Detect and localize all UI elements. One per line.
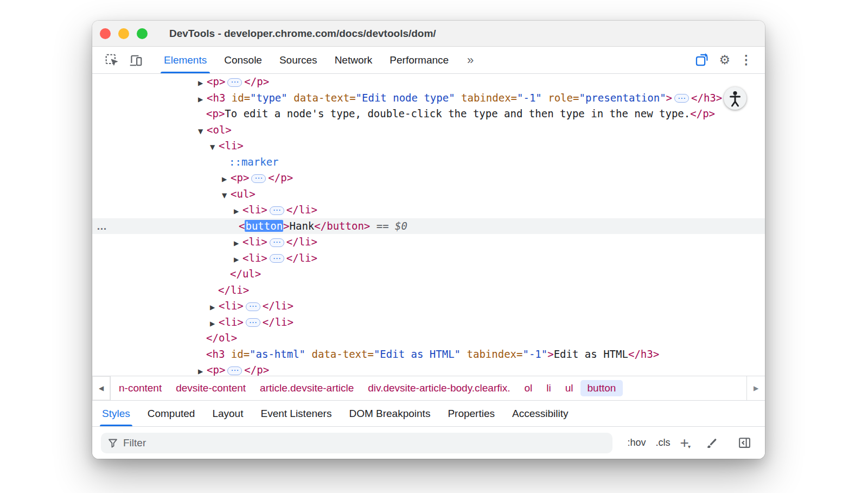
sidebar-tab-computed[interactable]: Computed xyxy=(139,401,204,426)
code-token: </ol> xyxy=(206,332,237,344)
filter-input[interactable] xyxy=(123,437,606,449)
minimize-button[interactable] xyxy=(118,28,129,39)
settings-gear-icon[interactable]: ⚙ xyxy=(714,47,735,73)
toggle-element-state-button[interactable]: :hov xyxy=(628,437,646,448)
inspect-element-icon[interactable] xyxy=(100,47,124,73)
code-token: < xyxy=(239,220,245,232)
window-title: DevTools - developer.chrome.com/docs/dev… xyxy=(169,28,436,40)
breadcrumb-scroll-right-icon[interactable]: ▶ xyxy=(746,376,765,400)
expand-children-button[interactable]: ⋯ xyxy=(270,238,284,247)
code-token: "type" xyxy=(250,92,288,104)
disclosure-down-icon[interactable]: ▼ xyxy=(198,124,207,140)
code-token: </li> xyxy=(218,284,249,296)
expand-children-button[interactable]: ⋯ xyxy=(246,302,260,311)
code-token: <p> xyxy=(206,108,225,119)
tree-row[interactable]: ▶<li>⋯</li> xyxy=(92,298,765,314)
tree-row[interactable]: ▶<h3 id="type" data-text="Edit node type… xyxy=(92,90,765,106)
tree-row[interactable]: ▼<ol> xyxy=(92,122,765,138)
code-token xyxy=(455,92,461,104)
code-token: > xyxy=(283,220,289,232)
code-token: <li> xyxy=(219,140,244,151)
tree-row[interactable]: ▶<li>⋯</li> xyxy=(92,314,765,331)
expand-children-button[interactable]: ⋯ xyxy=(227,78,242,87)
new-style-rule-button[interactable]: + ▾ xyxy=(680,437,691,450)
tree-row[interactable]: ▶<p>⋯</p> xyxy=(92,170,765,186)
disclosure-right-icon[interactable]: ▶ xyxy=(198,75,207,92)
disclosure-right-icon[interactable]: ▶ xyxy=(198,364,207,376)
zoom-button[interactable] xyxy=(137,28,148,39)
breadcrumb-item-article-devsite-article[interactable]: article.devsite-article xyxy=(253,380,361,396)
expand-children-button[interactable]: ⋯ xyxy=(246,318,260,327)
breadcrumb-item-div-devsite-article-body-clearfix-[interactable]: div.devsite-article-body.clearfix. xyxy=(361,380,517,396)
expand-children-button[interactable]: ⋯ xyxy=(674,94,689,103)
dom-tree-panel: ▶<p>⋯</p>▶<h3 id="type" data-text="Edit … xyxy=(92,74,765,376)
panel-tab-performance[interactable]: Performance xyxy=(381,47,457,73)
sidebar-tab-styles[interactable]: Styles xyxy=(93,401,139,426)
rendering-brush-icon[interactable] xyxy=(700,437,723,450)
tree-row[interactable]: ::marker xyxy=(92,154,765,170)
disclosure-right-icon[interactable]: ▶ xyxy=(198,92,207,108)
sidebar-tab-accessibility[interactable]: Accessibility xyxy=(503,401,577,426)
code-token: id= xyxy=(231,348,250,360)
breadcrumb-bar: ◀ n-contentdevsite-contentarticle.devsit… xyxy=(92,376,765,400)
breadcrumb-item-button[interactable]: button xyxy=(580,380,623,396)
inspect-element-glyph xyxy=(105,53,119,67)
panel-tab-elements[interactable]: Elements xyxy=(155,47,215,73)
disclosure-right-icon[interactable]: ▶ xyxy=(210,316,219,332)
disclosure-right-icon[interactable]: ▶ xyxy=(234,236,242,252)
element-classes-button[interactable]: .cls xyxy=(656,437,671,448)
disclosure-right-icon[interactable]: ▶ xyxy=(234,252,242,268)
breadcrumb-item-ul[interactable]: ul xyxy=(558,380,580,396)
selected-token: button xyxy=(245,220,283,232)
toggle-sidebar-icon[interactable] xyxy=(733,436,756,450)
expand-children-button[interactable]: ⋯ xyxy=(227,366,242,375)
code-token: </h3> xyxy=(628,348,659,360)
code-token: "Edit as HTML" xyxy=(374,348,461,360)
tree-row[interactable]: ▶<p>⋯</p> xyxy=(92,362,765,376)
expand-children-button[interactable]: ⋯ xyxy=(270,254,284,263)
sidebar-tab-event-listeners[interactable]: Event Listeners xyxy=(252,401,340,426)
tree-row[interactable]: ▶<li>⋯</li> xyxy=(92,202,765,218)
kebab-menu-icon[interactable]: ⋮ xyxy=(735,47,757,73)
reload-devtools-icon[interactable] xyxy=(690,47,714,73)
breadcrumb-item-ol[interactable]: ol xyxy=(518,380,540,396)
disclosure-right-icon[interactable]: ▶ xyxy=(210,300,219,316)
tree-row[interactable]: ▼<ul> xyxy=(92,186,765,203)
disclosure-right-icon[interactable]: ▶ xyxy=(222,172,231,188)
tree-row[interactable]: </ol> xyxy=(92,330,765,346)
more-tabs-icon[interactable]: » xyxy=(457,47,483,73)
expand-children-button[interactable]: ⋯ xyxy=(270,206,284,215)
code-token: > xyxy=(666,92,672,104)
expand-children-button[interactable]: ⋯ xyxy=(251,174,266,183)
tree-row[interactable]: …<button>Hank</button> == $0 xyxy=(92,218,765,235)
device-toolbar-icon[interactable] xyxy=(124,47,148,73)
tree-row[interactable]: </ul> xyxy=(92,266,765,282)
disclosure-right-icon[interactable]: ▶ xyxy=(234,204,242,220)
breadcrumb-item-li[interactable]: li xyxy=(539,380,558,396)
sidebar-tab-properties[interactable]: Properties xyxy=(439,401,503,426)
disclosure-down-icon[interactable]: ▼ xyxy=(222,188,231,204)
panel-tab-console[interactable]: Console xyxy=(215,47,271,73)
breadcrumb-item-devsite-content[interactable]: devsite-content xyxy=(169,380,253,396)
code-token: data-text= xyxy=(293,92,355,104)
toolbar-spacer xyxy=(483,47,690,73)
sidebar-tab-layout[interactable]: Layout xyxy=(203,401,252,426)
tree-row[interactable]: ▶<li>⋯</li> xyxy=(92,234,765,250)
breadcrumb-item-n-content[interactable]: n-content xyxy=(112,380,169,396)
sidebar-tab-dom-breakpoints[interactable]: DOM Breakpoints xyxy=(340,401,439,426)
code-token: <ol> xyxy=(207,124,232,136)
code-token: == xyxy=(370,220,395,232)
row-overflow-icon[interactable]: … xyxy=(97,218,107,235)
panel-tab-network[interactable]: Network xyxy=(326,47,381,73)
filter-field[interactable] xyxy=(101,433,612,453)
tree-row[interactable]: </li> xyxy=(92,282,765,299)
disclosure-down-icon[interactable]: ▼ xyxy=(210,140,219,156)
tree-row[interactable]: ▶<li>⋯</li> xyxy=(92,250,765,267)
close-button[interactable] xyxy=(100,28,111,39)
tree-row[interactable]: <p>To edit a node's type, double-click t… xyxy=(92,106,765,122)
breadcrumb-scroll-left-icon[interactable]: ◀ xyxy=(92,376,111,400)
tree-row[interactable]: ▶<p>⋯</p> xyxy=(92,74,765,90)
tree-row[interactable]: <h3 id="as-html" data-text="Edit as HTML… xyxy=(92,346,765,363)
tree-row[interactable]: ▼<li> xyxy=(92,138,765,154)
panel-tab-sources[interactable]: Sources xyxy=(271,47,326,73)
